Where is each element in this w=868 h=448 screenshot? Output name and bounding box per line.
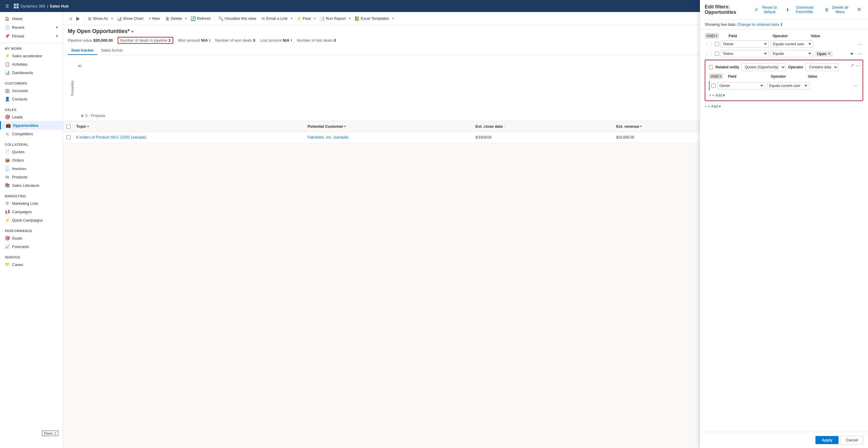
related-entity-add-row: + + Add ▾ bbox=[709, 93, 859, 98]
delete-dropdown-button[interactable]: ▾ bbox=[184, 15, 188, 21]
inner-condition-field-select[interactable]: Owner bbox=[717, 82, 765, 89]
condition-2-checkbox[interactable] bbox=[715, 51, 719, 56]
forward-button[interactable]: ▶ bbox=[74, 15, 82, 22]
sidebar-item-forecasts[interactable]: 📈 Forecasts bbox=[0, 242, 63, 251]
sidebar-item-leads[interactable]: 🎯 Leads bbox=[0, 113, 63, 121]
condition-2-more-button[interactable]: ⋯ bbox=[856, 50, 863, 57]
email-link-button[interactable]: ✉ Email a Link bbox=[259, 15, 290, 22]
won-amount-label: Won amount bbox=[178, 38, 200, 43]
sidebar-item-opportunities[interactable]: 💼 Opportunities bbox=[0, 121, 63, 130]
show-as-button[interactable]: ⊞ Show As bbox=[86, 15, 111, 22]
related-entity-add-button[interactable]: + + Add ▾ bbox=[709, 93, 725, 98]
inner-condition-operator-select[interactable]: Equals current user bbox=[767, 82, 809, 89]
add-chevron-icon: ▾ bbox=[723, 93, 725, 98]
sidebar-item-competitors[interactable]: ⚔ Competitors bbox=[0, 130, 63, 138]
related-entity-checkbox[interactable] bbox=[709, 65, 713, 69]
row-checkbox[interactable] bbox=[66, 135, 70, 139]
sidebar-item-marketing-lists[interactable]: 📧 Marketing Lists bbox=[0, 199, 63, 208]
select-all-checkbox[interactable] bbox=[66, 125, 70, 129]
run-report-dropdown-button[interactable]: ▾ bbox=[348, 15, 351, 21]
flow-button[interactable]: ⚡ Flow bbox=[294, 15, 313, 22]
excel-icon: 📗 bbox=[354, 16, 360, 21]
chart-y-axis-value: 90 bbox=[78, 64, 82, 68]
sidebar-item-sales-literature[interactable]: 📚 Sales Literature bbox=[0, 181, 63, 189]
invoices-icon: 🧾 bbox=[5, 166, 10, 171]
excel-button[interactable]: 📗 Excel Templates bbox=[352, 15, 392, 22]
condition-2-field-select[interactable]: Status bbox=[721, 50, 769, 57]
visualize-button[interactable]: 🔍 Visualize this view bbox=[216, 15, 258, 22]
sidebar-item-cases[interactable]: 📁 Cases bbox=[0, 260, 63, 269]
row-check[interactable] bbox=[63, 134, 74, 141]
condition-1-operator-select[interactable]: Equals current user bbox=[771, 40, 813, 48]
run-report-button[interactable]: 📑 Run Report bbox=[317, 15, 348, 22]
remove-status-tag-button[interactable]: ✕ bbox=[828, 51, 831, 56]
flow-dropdown-button[interactable]: ▾ bbox=[313, 15, 316, 21]
delete-button[interactable]: 🗑 Delete bbox=[163, 15, 185, 22]
change-to-retained-link[interactable]: Change to retained data bbox=[737, 22, 779, 27]
header-topic[interactable]: Topic ▾ bbox=[74, 123, 305, 130]
sidebar-item-quick-campaigns[interactable]: ⚡ Quick Campaigns bbox=[0, 216, 63, 224]
header-date[interactable]: Est. close date ↑ bbox=[473, 123, 614, 130]
sidebar-item-home[interactable]: 🏠 Home bbox=[0, 14, 63, 23]
delete-all-filters-button[interactable]: 🗑 Delete all filters bbox=[824, 4, 851, 15]
customers-header: Customers bbox=[0, 79, 63, 87]
status-value-select[interactable] bbox=[834, 50, 854, 57]
condition-1-more-button[interactable]: ⋯ bbox=[856, 41, 863, 48]
email-dropdown-button[interactable]: ▾ bbox=[290, 15, 293, 21]
sidebar-item-campaigns[interactable]: 📢 Campaigns bbox=[0, 208, 63, 216]
performance-header: Performance bbox=[0, 227, 63, 234]
sidebar-item-recent[interactable]: 🕐 Recent ▾ bbox=[0, 23, 63, 32]
related-entity-select[interactable]: Quotes (Opportunity) bbox=[742, 63, 786, 71]
apply-button[interactable]: Apply bbox=[815, 436, 838, 444]
back-button[interactable]: ◀ bbox=[67, 15, 74, 22]
indent-line bbox=[709, 81, 710, 91]
related-entity-op-select[interactable]: Contains data bbox=[806, 63, 838, 71]
lost-amount-value: N/A bbox=[283, 38, 289, 43]
show-as-dropdown-button[interactable]: ▾ bbox=[111, 15, 114, 21]
topic-link[interactable]: 6 orders of Product SKU JJ202 (sample) bbox=[76, 135, 146, 139]
tab-sales-funnel[interactable]: Sales funnel bbox=[97, 46, 126, 55]
show-chart-button[interactable]: 📊 Show Chart bbox=[114, 15, 146, 22]
inner-and-badge[interactable]: AND ▾ bbox=[709, 73, 723, 79]
and-badge[interactable]: AND ▾ bbox=[705, 33, 719, 39]
drag-handle-1[interactable]: ⋮⋮ bbox=[705, 42, 713, 46]
info-icon: ℹ bbox=[781, 22, 782, 27]
hamburger-button[interactable]: ☰ bbox=[4, 3, 11, 9]
sidebar-item-orders[interactable]: 📦 Orders bbox=[0, 156, 63, 164]
sidebar-item-goals[interactable]: 🎯 Goals bbox=[0, 234, 63, 242]
sidebar-item-pinned[interactable]: 📌 Pinned ▾ bbox=[0, 32, 63, 40]
excel-dropdown-button[interactable]: ▾ bbox=[392, 15, 395, 21]
inner-condition-checkbox[interactable] bbox=[711, 84, 716, 88]
condition-1-field-select[interactable]: Owner bbox=[721, 40, 769, 48]
sidebar-item-dashboards[interactable]: 📊 Dashboards bbox=[0, 68, 63, 77]
filter-header: Edit filters: Opportunities ↺ Reset to d… bbox=[700, 0, 868, 20]
header-customer[interactable]: Potential Customer ▾ bbox=[305, 123, 473, 130]
drag-handle-2[interactable]: ⋮⋮ bbox=[705, 51, 713, 56]
sidebar-item-contacts[interactable]: 👤 Contacts bbox=[0, 95, 63, 103]
add-condition-button[interactable]: + + Add ▾ bbox=[705, 104, 721, 109]
sidebar-item-accounts[interactable]: 🏢 Accounts bbox=[0, 87, 63, 95]
new-button[interactable]: + New bbox=[147, 15, 162, 22]
sidebar-item-invoices[interactable]: 🧾 Invoices bbox=[0, 164, 63, 173]
condition-2-operator-select[interactable]: Equals bbox=[771, 50, 813, 57]
reset-default-button[interactable]: ↺ Reset to default bbox=[753, 4, 781, 15]
download-fetchxml-button[interactable]: ⬇ Download FetchXML bbox=[785, 4, 820, 15]
inner-condition-more-button[interactable]: ⋯ bbox=[852, 82, 859, 89]
condition-1-checkbox[interactable] bbox=[715, 42, 719, 46]
header-check[interactable] bbox=[63, 123, 74, 130]
cancel-button[interactable]: Cancel bbox=[841, 436, 863, 444]
related-entity-more-button[interactable]: ⋯ bbox=[856, 63, 861, 68]
filter-footer: Apply Cancel bbox=[700, 432, 868, 448]
expand-related-entity-button[interactable]: ⤢ bbox=[850, 63, 854, 67]
sidebar-item-quotes[interactable]: 📄 Quotes bbox=[0, 147, 63, 156]
customer-link[interactable]: Fabrikam, Inc. (sample) bbox=[308, 135, 349, 139]
close-filter-button[interactable]: ✕ bbox=[855, 6, 863, 13]
accounts-icon: 🏢 bbox=[5, 88, 10, 93]
sidebar-item-products[interactable]: 🛍 Products bbox=[0, 173, 63, 181]
sidebar-item-activities[interactable]: 📋 Activities bbox=[0, 60, 63, 68]
tab-deal-tracker[interactable]: Deal tracker bbox=[68, 46, 97, 55]
sidebar-item-sales-accelerator[interactable]: ⚡ Sales accelerator bbox=[0, 51, 63, 60]
edit-title-icon[interactable]: ▾ bbox=[131, 29, 133, 34]
refresh-button[interactable]: 🔄 Refresh bbox=[188, 15, 213, 22]
hub-name: Sales Hub bbox=[50, 4, 69, 8]
